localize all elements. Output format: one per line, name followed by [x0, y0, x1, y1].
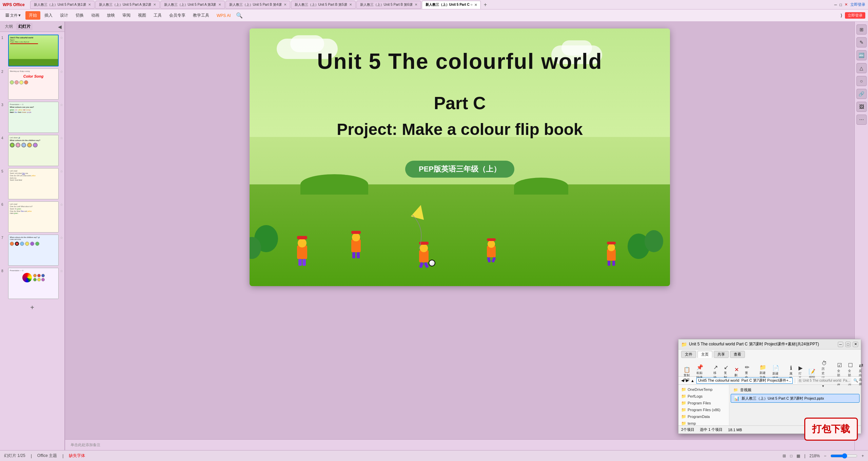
add-slide-button[interactable]: +	[1, 301, 63, 314]
tab-1[interactable]: 新人教三（上）Unit 5 Part A 第1课 ✕	[30, 1, 95, 9]
fe-tab-home[interactable]: 主页	[697, 351, 712, 358]
tab-1-close[interactable]: ✕	[88, 3, 91, 6]
slide-item-6[interactable]: 6 Let's read Chen Jia: Look! What colour…	[1, 201, 63, 233]
tab-3-close[interactable]: ✕	[218, 3, 221, 6]
slide-item-7[interactable]: 7 What colours do the children say? 🔊 Li…	[1, 235, 63, 266]
rt-btn-6[interactable]: 🔗	[856, 89, 867, 99]
login-button[interactable]: 立即登录	[850, 2, 865, 7]
slide-item-5[interactable]: 5 Let's read Sarah: Let's draw blue sea.…	[1, 168, 63, 199]
slides-tab[interactable]: 幻灯片	[16, 23, 33, 30]
rt-btn-7[interactable]: 🖼	[856, 102, 867, 112]
view-btn-1[interactable]: ⊞	[783, 454, 786, 458]
slide-subtitle2: Project: Make a colour flip book	[250, 120, 670, 139]
fe-tool-invert[interactable]: ⇄ 反向选择	[856, 361, 866, 387]
tab-7-close[interactable]: ✕	[474, 3, 477, 7]
tab-5[interactable]: 新人教三（上）Unit 5 Part B 第5课 ✕	[291, 1, 356, 9]
fe-tab-file[interactable]: 文件	[681, 351, 696, 358]
fe-search-input[interactable]	[797, 378, 851, 384]
ribbon-tab-teaching[interactable]: 教学工具	[190, 11, 213, 20]
slide-number-5: 5	[1, 168, 7, 173]
slide-item-1[interactable]: 1 Unit 5 The colourful world Part C Proj…	[1, 35, 63, 66]
character-4	[487, 246, 496, 257]
ribbon-tab-tools[interactable]: 工具	[150, 11, 165, 20]
tab-6-close[interactable]: ✕	[415, 3, 417, 6]
ribbon-tab-animation[interactable]: 动画	[88, 11, 103, 20]
tab-3[interactable]: 新人教三（上）Unit 5 Part A 第3课 ✕	[160, 1, 225, 9]
slide-thumb-2[interactable]: Warming up: Enjoy a song Color Song	[8, 68, 59, 100]
minimize-icon[interactable]: ─	[834, 3, 837, 7]
tab-5-close[interactable]: ✕	[349, 3, 352, 6]
slide-thumb-1[interactable]: Unit 5 The colourful world Part C Projec…	[8, 35, 59, 66]
fe-close-button[interactable]: ✕	[853, 342, 858, 347]
slide-thumb-4[interactable]: Let's listen 🔊 What colours do the child…	[8, 135, 59, 166]
outline-tab[interactable]: 大纲	[3, 23, 15, 30]
close-icon[interactable]: ✕	[845, 2, 848, 7]
fe-file-pptx[interactable]: 📊 新人教三（上）Unit 5 Part C 第7课时 Project.pptx	[731, 394, 860, 403]
rt-btn-4[interactable]: △	[856, 63, 867, 73]
panel-close-icon[interactable]: ◀	[58, 24, 62, 29]
slide-thumb-6[interactable]: Let's read Chen Jia: Look! What colour i…	[8, 201, 59, 233]
maximize-icon[interactable]: □	[840, 3, 842, 7]
slide-item-8[interactable]: 8 Presentation — ①	[1, 268, 63, 299]
ribbon-tab-review[interactable]: 审阅	[119, 11, 134, 20]
fe-maximize-button[interactable]: □	[845, 342, 851, 347]
fe-tab-share[interactable]: 共享	[714, 351, 729, 358]
ribbon-right-expand[interactable]: ⟩	[841, 13, 842, 18]
rt-btn-1[interactable]: ⊞	[856, 24, 867, 35]
ribbon-tab-slideshow[interactable]: 放映	[103, 11, 118, 20]
ribbon-tab-insert[interactable]: 插入	[41, 11, 56, 20]
fe-tool-history[interactable]: ⏱ 历史记录▼	[819, 359, 829, 389]
slide-item-3[interactable]: 3 Presentation — ① What colours can you …	[1, 102, 63, 133]
slide-item-2[interactable]: 2 Warming up: Enjoy a song Color Song ☆	[1, 68, 63, 100]
ribbon-tab-home[interactable]: 开始	[25, 11, 40, 20]
rt-btn-8[interactable]: ⋯	[856, 115, 867, 125]
slide-thumb-7[interactable]: What colours do the children say? 🔊 List…	[8, 235, 59, 266]
rt-btn-2[interactable]: ✎	[856, 37, 867, 47]
tab-2[interactable]: 新人教三（上）Unit 5 Part A 第2课 ✕	[95, 1, 160, 9]
fe-tab-view[interactable]: 查看	[730, 351, 745, 358]
fe-sidebar-programfiles[interactable]: 📁 Program Files	[678, 400, 729, 406]
fe-search-icon[interactable]: 🔍	[853, 378, 858, 383]
slide-thumb-8[interactable]: Presentation — ①	[8, 268, 59, 299]
ribbon-menu-btn[interactable]: ☰ 文件▼	[3, 12, 24, 19]
new-item-icon: 📄	[772, 365, 779, 371]
ribbon-wps-ai[interactable]: WPS AI	[213, 12, 234, 19]
zoom-plus[interactable]: +	[862, 454, 864, 458]
tab-add-button[interactable]: +	[481, 1, 489, 8]
fe-sidebar-programfiles86[interactable]: 📁 Program Files (x86)	[678, 406, 729, 413]
fe-sidebar-programdata[interactable]: 📁 ProgramData	[678, 413, 729, 420]
slide-thumb-3[interactable]: Presentation — ① What colours can you se…	[8, 102, 59, 133]
fe-up-icon[interactable]: ▲	[691, 379, 694, 383]
slide-item-4[interactable]: 4 Let's listen 🔊 What colours do the chi…	[1, 135, 63, 166]
ribbon-tab-transition[interactable]: 切换	[72, 11, 87, 20]
fe-address-input[interactable]	[696, 378, 793, 384]
ribbon-tab-vip[interactable]: 会员专享	[166, 11, 189, 20]
ribbon-right-btn[interactable]: 立即登录	[845, 12, 865, 19]
tab-6-label: 新人教三（上）Unit 5 Part B 第6课	[360, 2, 413, 7]
rt-btn-5[interactable]: ○	[856, 76, 867, 86]
theme-name: Office 主题	[37, 453, 57, 459]
tab-4[interactable]: 新人教三（上）Unit 5 Part B 第4课 ✕	[225, 1, 290, 9]
fe-sidebar-temp[interactable]: 📁 temp	[678, 420, 729, 425]
fe-sidebar-onedrivetemp[interactable]: 📁 OneDriveTemp	[678, 386, 729, 393]
download-badge[interactable]: 打包下载	[804, 418, 858, 441]
fe-back-icon[interactable]: ◀	[681, 378, 684, 383]
tab-2-close[interactable]: ✕	[153, 3, 156, 6]
view-btn-3[interactable]: ▦	[796, 454, 800, 458]
rt-btn-3[interactable]: 🔤	[856, 50, 867, 60]
tab-6[interactable]: 新人教三（上）Unit 5 Part B 第6课 ✕	[356, 1, 421, 9]
view-btn-2[interactable]: □	[790, 454, 792, 458]
slide-thumb-5[interactable]: Let's read Sarah: Let's draw blue sea. C…	[8, 168, 59, 199]
ribbon-tab-view[interactable]: 视图	[135, 11, 150, 20]
fe-minimize-button[interactable]: ─	[838, 342, 843, 347]
tab-4-close[interactable]: ✕	[284, 3, 287, 6]
tab-7[interactable]: 新人教三（上）Unit 5 Part C ○ ✕	[422, 1, 481, 9]
zoom-minus[interactable]: −	[824, 454, 826, 458]
search-icon[interactable]: 🔍	[236, 12, 243, 19]
fe-file-audio[interactable]: 📁 音视频	[731, 386, 860, 394]
ribbon-tab-design[interactable]: 设计	[57, 11, 72, 20]
zoom-slider[interactable]	[830, 453, 857, 459]
fe-sidebar-perflogs[interactable]: 📁 PerfLogs	[678, 393, 729, 400]
fe-forward-icon[interactable]: ▶	[686, 378, 689, 383]
notes-placeholder[interactable]: 单击此处添加备注	[71, 442, 100, 447]
